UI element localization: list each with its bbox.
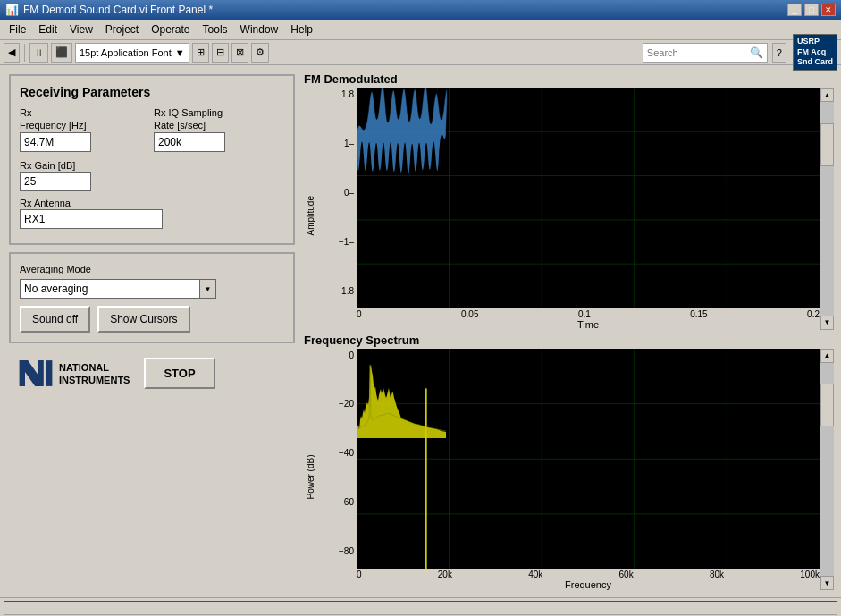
left-panel: Receiving Parameters Rx Frequency [Hz] R… [0, 65, 304, 597]
stop-toolbar-button[interactable]: ⬛ [51, 43, 72, 63]
search-icon: 🔍 [750, 46, 763, 59]
close-button[interactable]: ✕ [821, 4, 836, 16]
chart1-area [357, 88, 820, 308]
ni-text: NATIONAL INSTRUMENTS [59, 361, 130, 387]
scrollbar1[interactable]: ▲ ▼ [820, 88, 834, 330]
title-bar: 📊 FM Demod Sound Card.vi Front Panel * _… [0, 0, 841, 20]
toolbar-btn-dist[interactable]: ⊠ [231, 43, 248, 63]
chart2-container: Power (dB) 0 −20 −40 −60 −80 [304, 349, 820, 591]
averaging-label: Averaging Mode [20, 263, 284, 275]
chart2-y-label: Power (dB) [304, 349, 316, 591]
usrp-line2: FM Acq [797, 47, 833, 58]
menu-bar: File Edit View Project Operate Tools Win… [0, 20, 841, 40]
averaging-value: No averaging [21, 281, 199, 297]
chart1-container: Amplitude 1.8 1– 0– −1– −1.8 [304, 88, 820, 330]
status-bar-inner [4, 601, 837, 615]
chart1-with-scroll: Amplitude 1.8 1– 0– −1– −1.8 [304, 88, 834, 330]
scroll-up-btn2[interactable]: ▲ [820, 349, 834, 363]
scrollbar2[interactable]: ▲ ▼ [820, 349, 834, 591]
scroll-track2[interactable] [820, 363, 834, 577]
fm-demodulated-title: FM Demodulated [304, 72, 834, 86]
rx-iq-input[interactable] [154, 132, 225, 152]
window-title: FM Demod Sound Card.vi Front Panel * [23, 4, 213, 16]
chart1-x-label: Time [316, 319, 820, 330]
toolbar-btn-grid[interactable]: ⊞ [192, 43, 209, 63]
chart2-x-axis: 0 20k 40k 60k 80k 100k [316, 570, 820, 579]
run-button[interactable]: ⏸ [29, 43, 48, 63]
menu-project[interactable]: Project [100, 21, 144, 38]
chart1-svg [357, 88, 820, 308]
back-button[interactable]: ◀ [4, 43, 20, 63]
chart2-area [357, 349, 820, 570]
scroll-track1[interactable] [820, 102, 834, 316]
help-button[interactable]: ? [772, 43, 786, 63]
rx-gain-input[interactable] [20, 172, 91, 191]
rx-iq-label-group: Rx IQ Sampling Rate [s/sec] [154, 106, 284, 152]
chart2-x-label: Frequency [316, 579, 820, 590]
main-content: Receiving Parameters Rx Frequency [Hz] R… [0, 65, 841, 597]
separator1 [24, 44, 25, 62]
rx-iq-label2: Rate [s/sec] [154, 119, 284, 131]
font-label: 15pt Application Font [80, 47, 172, 58]
ni-line1: NATIONAL [59, 361, 130, 374]
font-dropdown[interactable]: 15pt Application Font ▼ [75, 43, 189, 63]
menu-help[interactable]: Help [285, 21, 318, 38]
search-input[interactable] [647, 47, 750, 58]
receiving-params-section: Receiving Parameters Rx Frequency [Hz] R… [9, 74, 295, 245]
chart1-y-label: Amplitude [304, 88, 316, 330]
ni-line2: INSTRUMENTS [59, 374, 130, 386]
maximize-button[interactable]: □ [804, 4, 819, 16]
rx-antenna-input[interactable] [20, 209, 163, 229]
scroll-thumb1[interactable] [820, 123, 834, 166]
minimize-button[interactable]: _ [787, 4, 802, 16]
rx-freq-label-group: Rx Frequency [Hz] [20, 106, 150, 152]
rx-antenna-label: Rx Antenna [20, 197, 284, 209]
menu-view[interactable]: View [64, 21, 98, 38]
averaging-dropdown[interactable]: No averaging ▼ [20, 279, 216, 299]
chart2-y-axis: 0 −20 −40 −60 −80 [316, 349, 357, 570]
menu-tools[interactable]: Tools [198, 21, 233, 38]
toolbar-btn-align[interactable]: ⊟ [212, 43, 229, 63]
toolbar: ◀ ⏸ ⬛ 15pt Application Font ▼ ⊞ ⊟ ⊠ ⚙ 🔍 … [0, 40, 841, 65]
scroll-thumb2[interactable] [820, 384, 834, 426]
averaging-arrow[interactable]: ▼ [199, 280, 215, 298]
bottom-area: NATIONAL INSTRUMENTS STOP [9, 350, 295, 396]
status-bar [0, 597, 841, 616]
font-dropdown-arrow[interactable]: ▼ [175, 47, 185, 58]
rx-antenna-group: Rx Antenna [20, 197, 284, 229]
show-cursors-button[interactable]: Show Cursors [97, 306, 189, 333]
rx-gain-group: Rx Gain [dB] [20, 159, 284, 191]
right-panel: FM Demodulated Amplitude 1.8 1– 0– − [304, 65, 841, 597]
rx-freq-input[interactable] [20, 132, 91, 152]
search-box[interactable]: 🔍 [643, 43, 768, 63]
menu-window[interactable]: Window [235, 21, 284, 38]
rx-freq-label2: Frequency [Hz] [20, 119, 150, 131]
usrp-line1: USRP [797, 37, 833, 47]
app-icon: 📊 [5, 4, 19, 16]
stop-button[interactable]: STOP [144, 358, 214, 389]
menu-edit[interactable]: Edit [33, 21, 63, 38]
chart1-y-axis: 1.8 1– 0– −1– −1.8 [316, 88, 357, 308]
freq-spectrum-section: Frequency Spectrum Power (dB) 0 −20 −40 [304, 333, 834, 591]
menu-operate[interactable]: Operate [146, 21, 195, 38]
receiving-params-title: Receiving Parameters [20, 85, 284, 99]
scroll-up-btn[interactable]: ▲ [820, 88, 834, 102]
averaging-section: Averaging Mode No averaging ▼ Sound off … [9, 252, 295, 343]
menu-file[interactable]: File [4, 21, 31, 38]
scroll-down-btn2[interactable]: ▼ [820, 576, 834, 590]
chart2-svg [357, 349, 820, 570]
ni-logo: NATIONAL INSTRUMENTS [18, 358, 130, 389]
button-row: Sound off Show Cursors [20, 306, 284, 333]
chart2-with-scroll: Power (dB) 0 −20 −40 −60 −80 [304, 349, 834, 591]
chart1-x-axis: 0 0.05 0.1 0.15 0.2 [316, 309, 820, 319]
fm-demodulated-section: FM Demodulated Amplitude 1.8 1– 0– − [304, 72, 834, 330]
rx-gain-label: Rx Gain [dB] [20, 159, 284, 172]
sound-off-button[interactable]: Sound off [20, 306, 90, 333]
toolbar-btn-settings[interactable]: ⚙ [251, 43, 269, 63]
scroll-down-btn[interactable]: ▼ [820, 316, 834, 330]
svg-rect-1 [46, 361, 52, 387]
rx-freq-label1: Rx [20, 106, 150, 119]
rx-iq-label1: Rx IQ Sampling [154, 106, 284, 119]
svg-marker-0 [20, 361, 44, 387]
freq-spectrum-title: Frequency Spectrum [304, 333, 834, 347]
